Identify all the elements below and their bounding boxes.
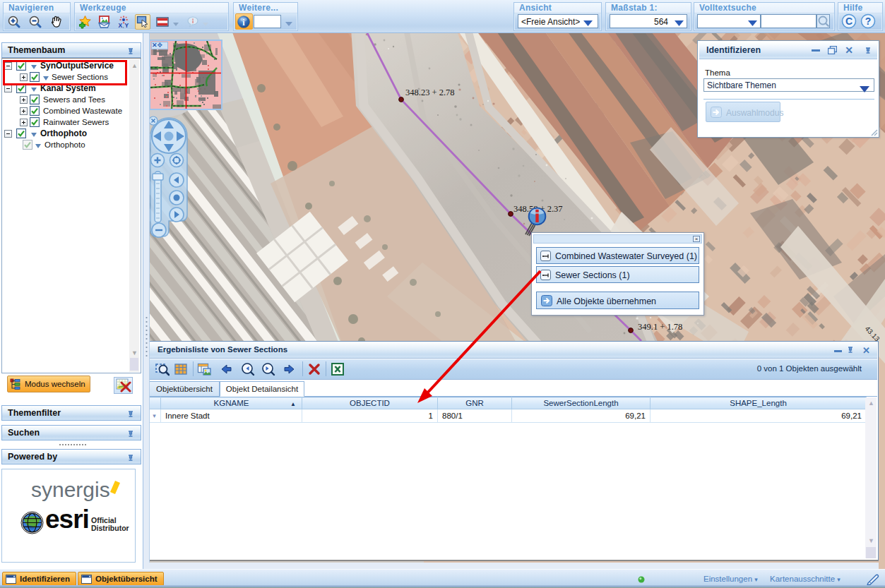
svg-text:348.23 + 2.78: 348.23 + 2.78 [405, 88, 455, 97]
svg-text:?: ? [865, 16, 872, 27]
svg-text:,: , [123, 23, 124, 28]
svg-text:C: C [845, 16, 853, 27]
svg-text:349.1 + 1.78: 349.1 + 1.78 [638, 322, 682, 332]
svg-text:Y: Y [125, 22, 129, 28]
